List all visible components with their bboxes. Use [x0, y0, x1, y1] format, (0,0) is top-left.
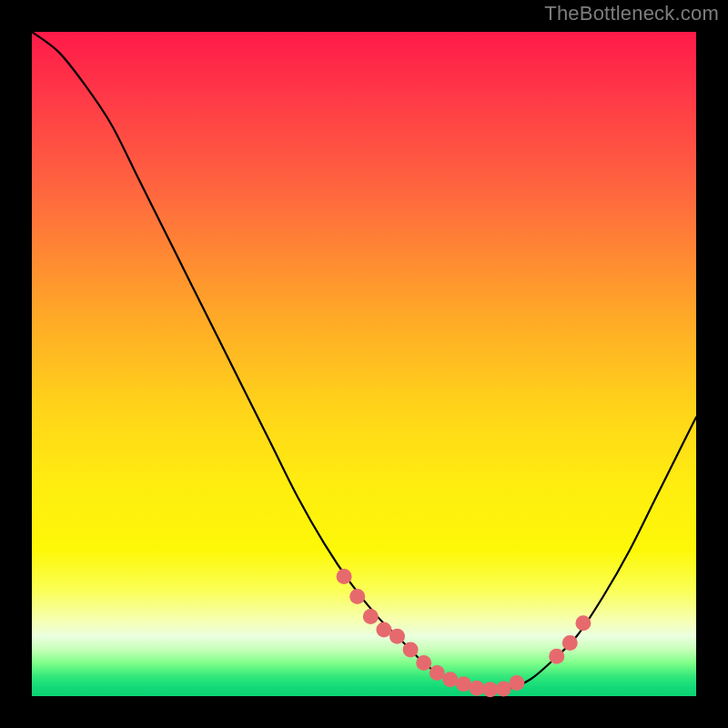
highlight-marker [376, 622, 391, 638]
highlight-marker [575, 615, 591, 631]
highlight-marker [482, 682, 498, 697]
highlight-marker [442, 672, 458, 687]
watermark-text: TheBottleneck.com [544, 2, 719, 25]
highlight-marker [496, 681, 511, 696]
highlight-marker [363, 609, 379, 624]
chart-plot-area [32, 32, 696, 696]
highlight-marker [430, 665, 445, 681]
highlight-marker [562, 635, 578, 651]
highlight-marker [549, 649, 564, 664]
highlight-marker [349, 589, 365, 604]
bottleneck-curve [32, 32, 696, 690]
highlight-markers [337, 569, 592, 697]
bottleneck-chart-svg [32, 32, 696, 696]
highlight-marker [403, 642, 419, 657]
highlight-marker [509, 675, 524, 691]
highlight-marker [416, 655, 431, 671]
highlight-marker [337, 569, 352, 584]
highlight-marker [456, 676, 471, 692]
highlight-marker [389, 629, 405, 644]
highlight-marker [470, 681, 485, 696]
